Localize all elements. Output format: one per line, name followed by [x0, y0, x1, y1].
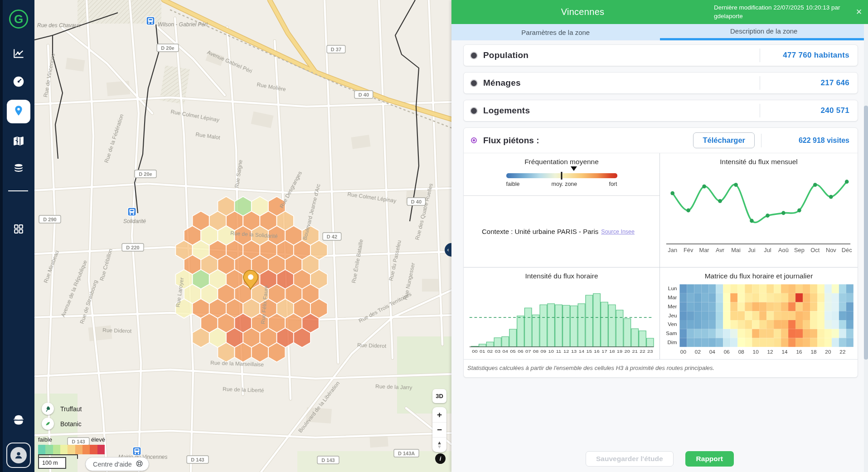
heatmap-cell[interactable]	[817, 320, 824, 329]
map-3d-button[interactable]: 3D	[432, 389, 446, 403]
data-point[interactable]	[829, 195, 833, 199]
heatmap-cell[interactable]	[737, 302, 745, 311]
bar[interactable]	[647, 338, 654, 347]
heatmap-cell[interactable]	[832, 293, 839, 302]
heatmap-cell[interactable]	[708, 284, 716, 293]
heatmap-cell[interactable]	[716, 338, 723, 347]
heatmap-cell[interactable]	[708, 338, 716, 347]
sidebar-item-analytics[interactable]	[13, 48, 24, 59]
heatmap-cell[interactable]	[781, 284, 788, 293]
bar[interactable]	[524, 308, 532, 347]
heatmap-cell[interactable]	[759, 284, 766, 293]
sidebar-item-zones-active[interactable]	[7, 100, 30, 123]
heatmap-cell[interactable]	[679, 284, 687, 293]
heatmap-cell[interactable]	[679, 329, 687, 338]
heatmap-cell[interactable]	[723, 302, 730, 311]
heatmap-cell[interactable]	[745, 311, 752, 320]
bar[interactable]	[509, 329, 517, 347]
heatmap-cell[interactable]	[723, 284, 730, 293]
heatmap-cell[interactable]	[745, 302, 752, 311]
heatmap-cell[interactable]	[694, 338, 701, 347]
heatmap-cell[interactable]	[832, 338, 839, 347]
data-point[interactable]	[686, 209, 690, 213]
heatmap-cell[interactable]	[766, 311, 774, 320]
heatmap-cell[interactable]	[759, 320, 766, 329]
heatmap-cell[interactable]	[679, 338, 687, 347]
heatmap-cell[interactable]	[839, 338, 846, 347]
heatmap-cell[interactable]	[839, 329, 846, 338]
heatmap-cell[interactable]	[687, 311, 694, 320]
heatmap-cell[interactable]	[701, 329, 708, 338]
sidebar-item-map[interactable]	[13, 135, 24, 147]
heatmap-cell[interactable]	[781, 338, 788, 347]
bar[interactable]	[578, 304, 585, 347]
heatmap-cell[interactable]	[781, 329, 788, 338]
transit-station-icon[interactable]	[146, 17, 155, 25]
heatmap-cell[interactable]	[832, 284, 839, 293]
heatmap-cell[interactable]	[737, 293, 745, 302]
heatmap-cell[interactable]	[824, 311, 832, 320]
data-point[interactable]	[797, 209, 801, 213]
data-point[interactable]	[750, 219, 754, 223]
heatmap-cell[interactable]	[716, 284, 723, 293]
bar[interactable]	[555, 305, 563, 347]
heatmap-cell[interactable]	[737, 320, 745, 329]
heatmap-cell[interactable]	[708, 293, 716, 302]
bar[interactable]	[548, 304, 555, 347]
heatmap-cell[interactable]	[795, 338, 803, 347]
heatmap-cell[interactable]	[846, 338, 853, 347]
heatmap-cell[interactable]	[730, 302, 737, 311]
heatmap-cell[interactable]	[795, 320, 803, 329]
heatmap-cell[interactable]	[766, 293, 774, 302]
heatmap-cell[interactable]	[730, 338, 737, 347]
heatmap-cell[interactable]	[716, 302, 723, 311]
heatmap-cell[interactable]	[774, 338, 781, 347]
data-point[interactable]	[718, 199, 722, 203]
heatmap-cell[interactable]	[788, 311, 795, 320]
heatmap-cell[interactable]	[817, 329, 824, 338]
bar[interactable]	[486, 342, 494, 347]
heatmap-cell[interactable]	[795, 293, 803, 302]
heatmap-cell[interactable]	[774, 302, 781, 311]
heatmap-cell[interactable]	[745, 329, 752, 338]
heatmap-cell[interactable]	[832, 302, 839, 311]
heatmap-cell[interactable]	[817, 338, 824, 347]
heatmap-cell[interactable]	[795, 329, 803, 338]
heatmap-cell[interactable]	[745, 338, 752, 347]
bar[interactable]	[631, 329, 639, 347]
heatmap-cell[interactable]	[839, 284, 846, 293]
heatmap-cell[interactable]	[810, 329, 817, 338]
heatmap-cell[interactable]	[781, 311, 788, 320]
heatmap-cell[interactable]	[839, 302, 846, 311]
report-button[interactable]: Rapport	[685, 451, 734, 467]
heatmap-cell[interactable]	[781, 302, 788, 311]
data-point[interactable]	[766, 214, 770, 218]
heatmap-cell[interactable]	[687, 338, 694, 347]
heatmap-cell[interactable]	[701, 338, 708, 347]
heatmap-cell[interactable]	[701, 311, 708, 320]
heatmap-cell[interactable]	[694, 293, 701, 302]
heatmap-cell[interactable]	[839, 293, 846, 302]
sidebar-item-dashboard[interactable]	[13, 76, 25, 88]
tab-description[interactable]: Description de la zone	[660, 24, 868, 40]
heatmap-cell[interactable]	[694, 329, 701, 338]
heatmap-cell[interactable]	[774, 311, 781, 320]
app-logo[interactable]: G	[9, 10, 28, 29]
heatmap-cell[interactable]	[774, 284, 781, 293]
heatmap-cell[interactable]	[803, 284, 810, 293]
heatmap-cell[interactable]	[737, 284, 745, 293]
heatmap-cell[interactable]	[679, 302, 687, 311]
heatmap-cell[interactable]	[832, 311, 839, 320]
heatmap-cell[interactable]	[759, 311, 766, 320]
heatmap-cell[interactable]	[810, 338, 817, 347]
transit-station-icon[interactable]	[128, 208, 136, 216]
bar[interactable]	[532, 315, 539, 346]
bar[interactable]	[601, 302, 608, 347]
heatmap-cell[interactable]	[788, 320, 795, 329]
heatmap-cell[interactable]	[723, 338, 730, 347]
bar[interactable]	[494, 338, 501, 347]
save-study-button[interactable]: Sauvegarder l'étude	[586, 451, 674, 467]
zoom-in-button[interactable]: +	[432, 407, 446, 422]
help-center-button[interactable]: Centre d'aide	[85, 457, 149, 471]
heatmap-cell[interactable]	[824, 329, 832, 338]
